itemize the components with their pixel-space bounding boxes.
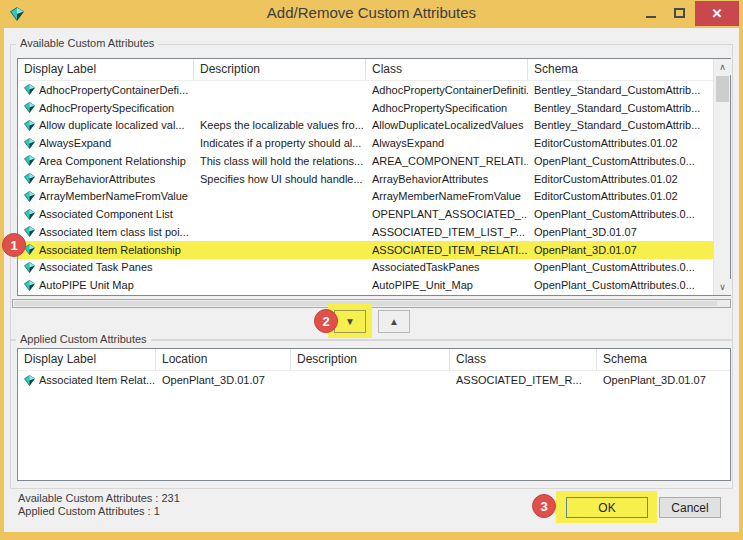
table-row[interactable]: AdhocPropertySpecificationAdhocPropertyS… <box>18 99 713 117</box>
dialog-title: Add/Remove Custom Attributes <box>0 4 743 21</box>
attribute-gem-icon <box>24 155 35 166</box>
cell-schema: OpenPlant_CustomAttributes.0... <box>528 279 713 291</box>
cell-class: ASSOCIATED_ITEM_R... <box>450 374 597 386</box>
attribute-gem-icon <box>24 226 35 237</box>
annotation-badge-2: 2 <box>314 309 338 333</box>
cell-schema: OpenPlant_CustomAttributes.0... <box>528 155 713 167</box>
cell-description: Specifies how UI should handle... <box>194 173 366 185</box>
cell-location: OpenPlant_3D.01.07 <box>156 374 291 386</box>
attribute-gem-icon <box>24 262 35 273</box>
cell-schema: EditorCustomAttributes.01.02 <box>528 173 713 185</box>
column-header-class[interactable]: Class <box>450 349 597 370</box>
cell-schema: EditorCustomAttributes.01.02 <box>528 190 713 202</box>
table-row[interactable]: AutoPIPE Unit MapAutoPIPE_Unit_MapOpenPl… <box>18 276 713 294</box>
table-row[interactable]: ArrayMemberNameFromValueArrayMemberNameF… <box>18 188 713 206</box>
column-header-location[interactable]: Location <box>156 349 291 370</box>
cell-schema: Bentley_Standard_CustomAttrib... <box>528 102 713 114</box>
applied-table-header: Display Label Location Description Class… <box>18 349 730 371</box>
cell-description: Indicates if a property should al... <box>194 137 366 149</box>
close-button[interactable]: ✕ <box>695 1 739 26</box>
cell-label: Allow duplicate localized val... <box>18 119 194 131</box>
cancel-button[interactable]: Cancel <box>659 497 721 518</box>
cell-class: AdhocPropertySpecification <box>366 102 528 114</box>
cell-schema: OpenPlant_3D.01.07 <box>528 244 713 256</box>
cell-label: Associated Task Panes <box>18 261 194 273</box>
table-row[interactable]: Associated Component ListOPENPLANT_ASSOC… <box>18 205 713 223</box>
annotation-badge-3: 3 <box>532 494 556 518</box>
scroll-down-icon[interactable]: ∨ <box>714 279 731 295</box>
attribute-gem-icon <box>24 280 35 291</box>
down-arrow-icon: ▼ <box>345 316 355 327</box>
cell-class: ASSOCIATED_ITEM_RELATI... <box>366 244 528 256</box>
cell-class: ArrayMemberNameFromValue <box>366 190 528 202</box>
cell-class: AREA_COMPONENT_RELATI... <box>366 155 528 167</box>
applied-rows: Associated Item Relat...OpenPlant_3D.01.… <box>18 371 730 480</box>
available-rows: AdhocPropertyContainerDefi...AdhocProper… <box>18 81 713 295</box>
table-row[interactable]: Associated Item Relat...OpenPlant_3D.01.… <box>18 371 730 389</box>
scroll-up-icon[interactable]: ∧ <box>714 59 731 75</box>
cell-schema: OpenPlant_CustomAttributes.0... <box>528 208 713 220</box>
attribute-gem-icon <box>24 209 35 220</box>
available-table-header: Display Label Description Class Schema <box>18 59 730 81</box>
table-row[interactable]: ArrayBehaviorAttributesSpecifies how UI … <box>18 170 713 188</box>
cell-label: Associated Item Relationship <box>18 244 194 256</box>
cell-class: AssociatedTaskPanes <box>366 261 528 273</box>
cell-class: AdhocPropertyContainerDefiniti... <box>366 84 528 96</box>
cell-label: Associated Component List <box>18 208 194 220</box>
minimize-icon <box>646 16 656 18</box>
cell-label: AdhocPropertyContainerDefi... <box>18 84 194 96</box>
cell-label: ArrayMemberNameFromValue <box>18 190 194 202</box>
move-down-button[interactable]: ▼ <box>334 310 366 333</box>
cell-description: Keeps the localizable values fro... <box>194 119 366 131</box>
column-header-class[interactable]: Class <box>366 59 528 80</box>
ok-button[interactable]: OK <box>566 497 648 518</box>
table-row[interactable]: Allow duplicate localized val...Keeps th… <box>18 117 713 135</box>
cell-schema: Bentley_Standard_CustomAttrib... <box>528 84 713 96</box>
attribute-gem-icon <box>24 120 35 131</box>
cell-schema: OpenPlant_CustomAttributes.0... <box>528 261 713 273</box>
cell-label: AlwaysExpand <box>18 137 194 149</box>
attribute-gem-icon <box>24 375 35 386</box>
dialog-body: Available Custom Attributes Display Labe… <box>4 28 739 532</box>
cell-label: ArrayBehaviorAttributes <box>18 173 194 185</box>
column-header-display-label[interactable]: Display Label <box>18 349 156 370</box>
cell-schema: OpenPlant_3D.01.07 <box>528 226 713 238</box>
move-up-button[interactable]: ▲ <box>378 310 410 333</box>
table-row[interactable]: Associated Item class list poi...ASSOCIA… <box>18 223 713 241</box>
vertical-scrollbar[interactable]: ∧ ∨ <box>713 59 730 295</box>
annotation-badge-1: 1 <box>2 233 26 257</box>
cell-class: OPENPLANT_ASSOCIATED_... <box>366 208 528 220</box>
table-row[interactable]: Associated Task PanesAssociatedTaskPanes… <box>18 259 713 277</box>
cell-schema: Bentley_Standard_CustomAttrib... <box>528 119 713 131</box>
cell-description: This class will hold the relations... <box>194 155 366 167</box>
titlebar: Add/Remove Custom Attributes ✕ <box>0 0 743 28</box>
column-header-description[interactable]: Description <box>291 349 450 370</box>
cell-class: ArrayBehaviorAttributes <box>366 173 528 185</box>
table-row[interactable]: Associated Item RelationshipASSOCIATED_I… <box>18 241 713 259</box>
maximize-button[interactable] <box>666 0 692 26</box>
cell-schema: EditorCustomAttributes.01.02 <box>528 137 713 149</box>
attribute-gem-icon <box>24 138 35 149</box>
cell-class: ASSOCIATED_ITEM_LIST_P... <box>366 226 528 238</box>
attribute-gem-icon <box>24 173 35 184</box>
cell-schema: OpenPlant_3D.01.07 <box>597 374 730 386</box>
table-row[interactable]: Area Component RelationshipThis class wi… <box>18 152 713 170</box>
column-header-schema[interactable]: Schema <box>597 349 730 370</box>
scrollbar-thumb[interactable] <box>716 76 729 102</box>
applied-count-text: Applied Custom Attributes : 1 <box>18 505 160 517</box>
column-header-schema[interactable]: Schema <box>528 59 730 80</box>
table-row[interactable]: AdhocPropertyContainerDefi...AdhocProper… <box>18 81 713 99</box>
cell-label: Associated Item Relat... <box>18 374 156 386</box>
available-count-text: Available Custom Attributes : 231 <box>18 492 180 504</box>
minimize-button[interactable] <box>638 0 664 26</box>
cell-label: AdhocPropertySpecification <box>18 102 194 114</box>
close-icon: ✕ <box>712 6 723 21</box>
available-group-label: Available Custom Attributes <box>16 37 158 49</box>
table-row[interactable]: AlwaysExpandIndicates if a property shou… <box>18 134 713 152</box>
column-header-display-label[interactable]: Display Label <box>18 59 194 80</box>
up-arrow-icon: ▲ <box>389 316 399 327</box>
column-header-description[interactable]: Description <box>194 59 366 80</box>
dialog-window: Add/Remove Custom Attributes ✕ Available… <box>0 0 743 540</box>
applied-group-label: Applied Custom Attributes <box>16 333 151 345</box>
cell-class: AutoPIPE_Unit_Map <box>366 279 528 291</box>
